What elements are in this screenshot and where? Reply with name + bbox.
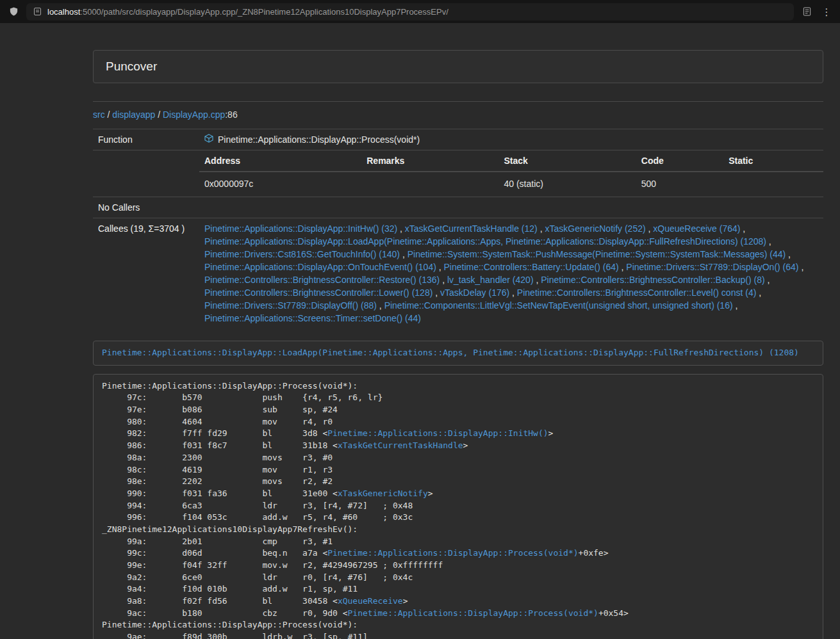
callee-link[interactable]: Pinetime::Components::LittleVgl::SetNewT… bbox=[384, 300, 733, 311]
symbol-info-table: Function Pinetime::Applications::Display… bbox=[93, 129, 823, 328]
callee-link[interactable]: Pinetime::Drivers::Cst816S::GetTouchInfo… bbox=[204, 249, 400, 259]
menu-kebab-icon[interactable]: ⋮ bbox=[819, 4, 834, 19]
brand-title[interactable]: Puncover bbox=[106, 60, 157, 74]
stats-table: Address Remarks Stack Code Static 0x0000… bbox=[199, 150, 823, 195]
breadcrumb-link[interactable]: displayapp bbox=[112, 109, 155, 120]
page-container: Puncover src / displayapp / DisplayApp.c… bbox=[93, 23, 823, 639]
asm-symbol-link[interactable]: xTaskGenericNotify bbox=[338, 489, 428, 498]
stats-value-address: 0x0000097c bbox=[199, 172, 361, 195]
asm-symbol-link[interactable]: xTaskGetCurrentTaskHandle bbox=[338, 441, 463, 450]
callers-row: No Callers bbox=[93, 197, 823, 218]
callee-link[interactable]: vTaskDelay (176) bbox=[440, 287, 509, 298]
highlighted-symbol-link[interactable]: Pinetime::Applications::DisplayApp::Load… bbox=[102, 348, 799, 357]
function-symbol-name: Pinetime::Applications::DisplayApp::Proc… bbox=[218, 133, 420, 146]
callee-link[interactable]: Pinetime::Controllers::BrightnessControl… bbox=[204, 275, 440, 285]
callee-link[interactable]: xTaskGetCurrentTaskHandle (12) bbox=[405, 223, 538, 234]
stats-header-stack: Stack bbox=[499, 150, 636, 172]
page-icon bbox=[33, 7, 42, 17]
function-row: Function Pinetime::Applications::Display… bbox=[93, 129, 823, 150]
stats-value-remarks bbox=[361, 172, 498, 195]
navbar: Puncover bbox=[93, 50, 823, 83]
callee-link[interactable]: lv_task_handler (420) bbox=[447, 275, 534, 285]
callee-link[interactable]: Pinetime::Drivers::St7789::DisplayOff() … bbox=[204, 300, 377, 311]
callee-link[interactable]: Pinetime::Controllers::Battery::Update()… bbox=[444, 262, 619, 272]
callers-label: No Callers bbox=[93, 197, 199, 218]
callees-list: Pinetime::Applications::DisplayApp::Init… bbox=[204, 223, 803, 323]
stats-header-static: Static bbox=[723, 150, 823, 172]
breadcrumb-link[interactable]: src bbox=[93, 109, 105, 120]
callee-link[interactable]: Pinetime::Drivers::St7789::DisplayOn() (… bbox=[626, 262, 798, 272]
stats-header-address: Address bbox=[199, 150, 361, 172]
stats-value-static bbox=[723, 172, 823, 195]
security-shield-icon[interactable] bbox=[6, 4, 21, 19]
stats-header-code: Code bbox=[636, 150, 723, 172]
asm-symbol-link[interactable]: Pinetime::Applications::DisplayApp::Init… bbox=[327, 428, 548, 438]
callee-link[interactable]: Pinetime::Applications::DisplayApp::Init… bbox=[204, 223, 397, 234]
breadcrumb: src / displayapp / DisplayApp.cpp:86 bbox=[93, 109, 823, 120]
reader-mode-button[interactable] bbox=[800, 4, 814, 19]
url-text: localhost:5000/path/src/displayapp/Displ… bbox=[47, 7, 449, 17]
asm-symbol-link[interactable]: Pinetime::Applications::DisplayApp::Proc… bbox=[348, 608, 598, 618]
divider bbox=[93, 101, 823, 102]
stats-value-stack: 40 (static) bbox=[499, 172, 636, 195]
callees-label: Callees (19, Σ=3704 ) bbox=[93, 218, 199, 329]
callee-link[interactable]: Pinetime::Applications::DisplayApp::Load… bbox=[204, 236, 766, 247]
callees-row: Callees (19, Σ=3704 ) Pinetime::Applicat… bbox=[93, 218, 823, 329]
url-bar[interactable]: localhost:5000/path/src/displayapp/Displ… bbox=[26, 3, 794, 20]
highlighted-symbol-box: Pinetime::Applications::DisplayApp::Load… bbox=[93, 341, 823, 366]
asm-symbol-link[interactable]: xQueueReceive bbox=[338, 596, 403, 606]
callee-link[interactable]: Pinetime::Controllers::BrightnessControl… bbox=[541, 275, 764, 285]
callee-link[interactable]: xQueueReceive (764) bbox=[653, 223, 740, 234]
callee-link[interactable]: Pinetime::System::SystemTask::PushMessag… bbox=[408, 249, 786, 259]
disassembly: Pinetime::Applications::DisplayApp::Proc… bbox=[93, 374, 823, 639]
callee-link[interactable]: Pinetime::Controllers::BrightnessControl… bbox=[517, 287, 756, 298]
callee-link[interactable]: xTaskGenericNotify (252) bbox=[545, 223, 645, 234]
browser-toolbar: localhost:5000/path/src/displayapp/Displ… bbox=[0, 0, 840, 23]
url-host: localhost bbox=[47, 7, 80, 17]
function-cube-icon bbox=[204, 133, 213, 146]
url-path: :5000/path/src/displayapp/DisplayApp.cpp… bbox=[80, 7, 449, 17]
asm-symbol-link[interactable]: Pinetime::Applications::DisplayApp::Proc… bbox=[327, 548, 578, 558]
breadcrumb-link[interactable]: DisplayApp.cpp bbox=[163, 109, 225, 120]
stats-row: Address Remarks Stack Code Static 0x0000… bbox=[93, 150, 823, 197]
function-label: Function bbox=[93, 129, 199, 150]
callee-link[interactable]: Pinetime::Controllers::BrightnessControl… bbox=[204, 287, 432, 298]
stats-value-code: 500 bbox=[636, 172, 723, 195]
stats-header-remarks: Remarks bbox=[361, 150, 498, 172]
callee-link[interactable]: Pinetime::Applications::DisplayApp::OnTo… bbox=[204, 262, 436, 272]
callee-link[interactable]: Pinetime::Applications::Screens::Timer::… bbox=[204, 313, 421, 323]
